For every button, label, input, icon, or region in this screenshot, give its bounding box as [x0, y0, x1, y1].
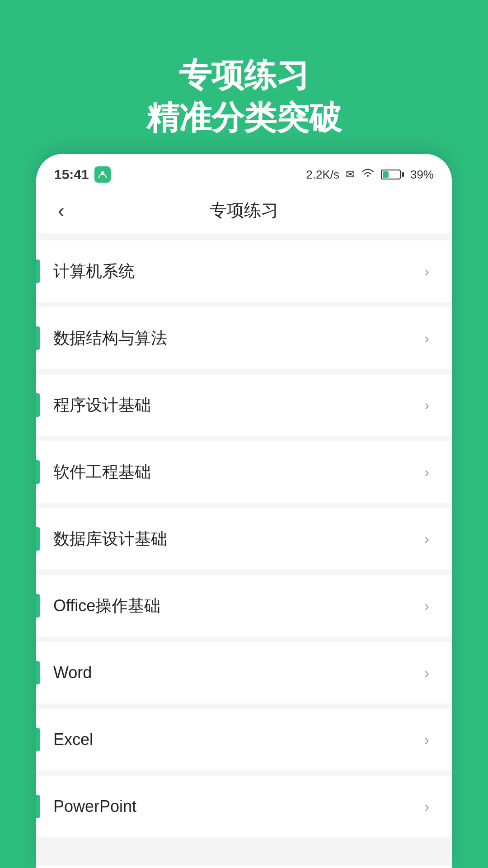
item-accent	[36, 661, 40, 684]
item-label: Office操作基础	[53, 595, 415, 617]
list-item[interactable]: PowerPoint ›	[36, 776, 452, 837]
chevron-right-icon: ›	[424, 798, 429, 815]
chevron-right-icon: ›	[424, 531, 429, 547]
status-bar-left: 15:41	[54, 166, 111, 183]
list-item[interactable]: 计算机系统 ›	[36, 241, 452, 302]
chevron-right-icon: ›	[424, 598, 429, 614]
header-area: 专项练习 精准分类突破	[0, 0, 488, 175]
chevron-right-icon: ›	[424, 330, 429, 347]
nav-title: 专项练习	[210, 199, 278, 222]
chevron-right-icon: ›	[424, 397, 429, 414]
list-item[interactable]: 数据结构与算法 ›	[36, 307, 452, 369]
status-time: 15:41	[54, 167, 89, 182]
chevron-right-icon: ›	[424, 464, 429, 481]
back-button[interactable]: ‹	[54, 196, 68, 226]
item-accent	[36, 527, 40, 551]
item-accent	[36, 393, 40, 417]
network-speed: 2.2K/s	[306, 168, 339, 182]
item-label: 程序设计基础	[53, 394, 415, 416]
item-label: 数据库设计基础	[53, 528, 415, 550]
chevron-right-icon: ›	[424, 665, 429, 681]
item-accent	[36, 728, 40, 751]
list-item[interactable]: Office操作基础 ›	[36, 575, 452, 637]
status-bar-right: 2.2K/s ✉ 39%	[306, 168, 434, 182]
item-accent	[36, 460, 40, 484]
header-title-line1: 专项练习	[179, 57, 309, 93]
chevron-right-icon: ›	[424, 731, 429, 748]
list-item[interactable]: Excel ›	[36, 709, 452, 770]
item-label: Word	[53, 663, 415, 682]
item-label: 计算机系统	[53, 260, 415, 283]
header-title-line2: 精准分类突破	[146, 99, 342, 136]
app-icon	[94, 166, 111, 183]
header-title: 专项练习 精准分类突破	[146, 54, 342, 139]
item-label: PowerPoint	[53, 797, 415, 816]
item-label: 数据结构与算法	[53, 327, 415, 349]
item-label: Excel	[53, 730, 415, 749]
list-item[interactable]: 软件工程基础 ›	[36, 441, 452, 503]
list-item[interactable]: Word ›	[36, 642, 452, 703]
list-container: 计算机系统 › 数据结构与算法 › 程序设计基础 › 软件工程基础 › 数据库设…	[36, 233, 452, 866]
battery-percent: 39%	[410, 168, 434, 182]
status-bar: 15:41 2.2K/s ✉	[36, 154, 452, 190]
item-accent	[36, 326, 40, 350]
nav-bar: ‹ 专项练习	[36, 190, 452, 233]
battery-icon	[381, 170, 404, 179]
phone-container: 15:41 2.2K/s ✉	[36, 154, 452, 868]
list-item[interactable]: 程序设计基础 ›	[36, 374, 452, 436]
wifi-icon	[361, 168, 375, 182]
chevron-right-icon: ›	[424, 263, 429, 280]
item-accent	[36, 795, 40, 818]
message-icon: ✉	[346, 168, 355, 181]
item-accent	[36, 594, 40, 618]
item-label: 软件工程基础	[53, 461, 415, 483]
list-item[interactable]: 数据库设计基础 ›	[36, 508, 452, 570]
item-accent	[36, 259, 40, 283]
